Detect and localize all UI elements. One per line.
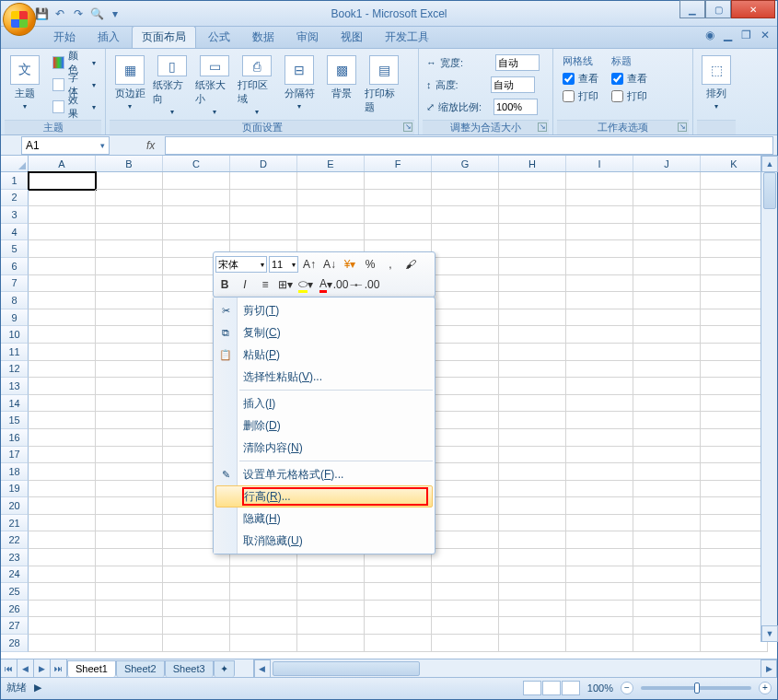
margins-button[interactable]: ▦页边距▾ [110,51,150,117]
cell[interactable] [432,361,499,379]
cell[interactable] [432,497,499,515]
row-header[interactable]: 28 [1,635,29,652]
cell[interactable] [701,344,768,361]
cell[interactable] [499,617,566,635]
format-painter-icon[interactable]: 🖌 [401,255,420,274]
row-header[interactable]: 26 [1,601,29,618]
cell[interactable] [499,224,566,241]
macro-record-icon[interactable]: ▶ [34,682,41,694]
size-button[interactable]: ▭纸张大小▾ [194,51,235,117]
cell[interactable] [297,566,365,584]
cell[interactable] [701,463,768,481]
cell[interactable] [96,361,163,379]
tab-view[interactable]: 视图 [331,26,373,48]
comma-icon[interactable]: , [381,255,400,274]
cell[interactable] [432,601,499,618]
cell[interactable] [432,583,499,601]
office-button[interactable] [3,3,36,36]
ctx-row-height[interactable]: 行高(R)... [215,485,433,508]
cell[interactable] [365,566,432,584]
sheet-options-launcher[interactable]: ↘ [678,122,687,132]
ctx-paste-special[interactable]: 选择性粘贴(V)... [214,366,435,388]
cell[interactable] [566,361,633,379]
cell[interactable] [566,601,633,618]
cell[interactable] [633,326,701,344]
row-header[interactable]: 23 [1,549,29,566]
cell[interactable] [432,549,499,566]
cell[interactable] [566,292,633,309]
cell[interactable] [701,224,768,241]
cell[interactable] [633,515,701,532]
cell[interactable] [365,617,432,635]
cell[interactable] [29,378,96,395]
row-header[interactable]: 24 [1,566,29,584]
row-header[interactable]: 4 [1,224,29,241]
cell[interactable] [432,481,499,498]
cell[interactable] [566,258,633,275]
cell[interactable] [633,344,701,361]
horizontal-scrollbar[interactable]: ◀ ▶ [253,659,777,677]
tab-data[interactable]: 数据 [242,26,284,48]
cell[interactable] [633,566,701,584]
cell[interactable] [566,463,633,481]
cell[interactable] [633,463,701,481]
column-header[interactable]: I [566,156,633,171]
cell[interactable] [633,481,701,498]
breaks-button[interactable]: ⊟分隔符▾ [279,51,319,117]
cell[interactable] [365,583,432,601]
maximize-button[interactable]: ▢ [705,0,731,18]
cell[interactable] [29,206,96,224]
cell[interactable] [432,566,499,584]
minimize-ribbon-icon[interactable]: ▁ [724,29,732,41]
cell[interactable] [96,326,163,344]
page-setup-launcher[interactable]: ↘ [403,122,412,132]
cell[interactable] [432,635,499,652]
cell[interactable] [432,531,499,549]
row-header[interactable]: 6 [1,258,29,275]
ctx-format-cells[interactable]: ✎设置单元格格式(F)... [214,463,435,485]
row-header[interactable]: 9 [1,309,29,327]
tab-developer[interactable]: 开发工具 [375,26,439,48]
cell[interactable] [432,309,499,327]
cell[interactable] [499,190,566,207]
normal-view-button[interactable] [523,681,541,695]
cell[interactable] [29,515,96,532]
page-break-view-button[interactable] [562,681,580,695]
cell[interactable] [701,378,768,395]
italic-icon[interactable]: I [236,275,254,294]
cell[interactable] [163,583,230,601]
cell[interactable] [499,481,566,498]
scale-input[interactable] [494,99,538,115]
scroll-left-arrow[interactable]: ◀ [254,659,271,678]
cell[interactable] [297,601,365,618]
cell[interactable] [29,549,96,566]
cell[interactable] [432,190,499,207]
cell[interactable] [163,617,230,635]
cell[interactable] [701,447,768,464]
cell[interactable] [297,190,365,207]
zoom-slider[interactable] [641,686,751,690]
cell[interactable] [96,429,163,447]
sheet-tab-2[interactable]: Sheet2 [116,660,165,677]
cell[interactable] [633,240,701,258]
cell[interactable] [701,190,768,207]
scale-launcher[interactable]: ↘ [538,122,547,132]
cell[interactable] [499,326,566,344]
cell[interactable] [96,617,163,635]
cell[interactable] [163,566,230,584]
cell[interactable] [701,292,768,309]
column-header[interactable]: H [499,156,566,171]
cell[interactable] [499,395,566,413]
cell[interactable] [701,635,768,652]
cell[interactable] [96,292,163,309]
column-header[interactable]: C [163,156,230,171]
cell[interactable] [29,292,96,309]
theme-colors-button[interactable]: 颜色▾ [49,52,99,73]
sheet-tab-1[interactable]: Sheet1 [67,660,116,677]
cell[interactable] [29,395,96,413]
column-header[interactable]: K [701,156,768,171]
close-workbook-icon[interactable]: ✕ [761,29,770,41]
cell[interactable] [29,566,96,584]
theme-effects-button[interactable]: 效果▾ [49,97,99,117]
cell[interactable] [365,190,432,207]
